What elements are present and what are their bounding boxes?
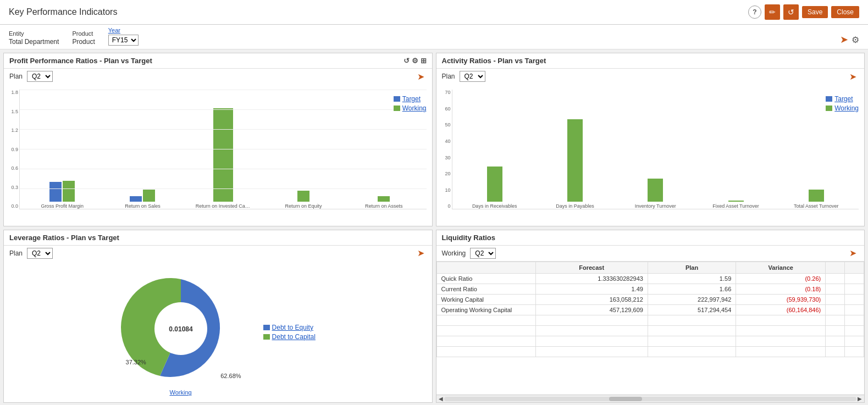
cell-extra1-0 (826, 273, 845, 284)
cell-extra2-0 (845, 273, 864, 284)
bar-label-dir: Days in Receivables (472, 203, 517, 209)
leverage-panel-header: Leverage Ratios - Plan vs Target (4, 230, 432, 246)
refresh-button[interactable]: ↺ (783, 4, 799, 20)
activity-plan-select[interactable]: Q2Q1Q3Q4 (460, 71, 485, 82)
cell-forecast-1: 1.49 (535, 284, 648, 294)
activity-legend: Target Working (826, 95, 859, 112)
activity-bars: Days in Receivables Days in Payables (452, 90, 859, 209)
expand-chart-icon[interactable]: ⊞ (421, 57, 427, 65)
activity-panel: Activity Ratios - Plan vs Target Plan Q2… (436, 53, 865, 226)
cell-name-3: Operating Working Capital (436, 304, 535, 315)
activity-legend-target[interactable]: Target (826, 95, 859, 103)
table-row: Operating Working Capital 457,129,609 51… (436, 304, 864, 315)
activity-legend-working[interactable]: Working (826, 104, 859, 112)
save-button[interactable]: Save (802, 6, 828, 18)
cell-extra1-2 (826, 294, 845, 304)
liquidity-panel-title: Liquidity Ratios (442, 234, 496, 242)
activity-y-axis: 70 60 50 40 30 20 10 0 (438, 90, 451, 209)
col-variance-header: Variance (736, 262, 826, 273)
entity-value: Total Department (9, 38, 59, 46)
table-row: Current Ratio 1.49 1.66 (0.18) (436, 284, 864, 294)
cell-forecast-0: 1.333630282943 (535, 273, 648, 284)
help-button[interactable]: ? (748, 5, 761, 19)
nav-arrow-right[interactable]: ➤ (840, 34, 848, 46)
scroll-track[interactable] (444, 397, 857, 401)
legend-target[interactable]: Target (394, 95, 427, 103)
bar-it: Inventory Turnover (615, 179, 695, 209)
bar-dip: Days in Payables (535, 119, 615, 209)
scroll-thumb[interactable] (609, 397, 642, 401)
working-link[interactable]: Working (169, 389, 191, 396)
profit-panel-icons: ↺ ⚙ ⊞ (403, 57, 427, 65)
cell-name-0: Quick Ratio (436, 273, 535, 284)
table-row: Working Capital 163,058,212 222,997,942 … (436, 294, 864, 304)
leverage-plan-select[interactable]: Q2Q1Q3Q4 (27, 248, 53, 259)
cell-name-1: Current Ratio (436, 284, 535, 294)
table-row-empty (436, 315, 864, 325)
activity-plan-bar: Plan Q2Q1Q3Q4 ➤ (436, 69, 865, 84)
product-value: Product (72, 38, 95, 46)
cell-variance-2: (59,939,730) (736, 294, 826, 304)
table-row-empty (436, 336, 864, 346)
activity-nav-arrow[interactable]: ➤ (849, 71, 859, 82)
page-title: Key Performance Indicators (9, 7, 117, 17)
settings-chart-icon[interactable]: ⚙ (412, 57, 418, 65)
col-name-header (436, 262, 535, 273)
bar-label-it: Inventory Turnover (635, 203, 676, 209)
leverage-chart-area: 0.01084 37.32% 62.68% Working Debt to Eq… (4, 261, 432, 403)
leverage-nav-arrow[interactable]: ➤ (417, 248, 427, 258)
liquidity-panel: Liquidity Ratios Working Q2Q1Q3Q4 ➤ Fore… (436, 230, 865, 403)
product-filter: Product Product (72, 30, 95, 46)
profit-panel-title: Profit Performance Ratios - Plan vs Targ… (9, 57, 152, 65)
liquidity-working-select[interactable]: Q2Q1Q3Q4 (470, 248, 496, 259)
scroll-right-arrow[interactable]: ▶ (856, 396, 863, 402)
liquidity-table-container: Forecast Plan Variance Quick Ratio 1.333… (436, 262, 865, 395)
bar-label-fat: Fixed Asset Turnover (712, 203, 759, 209)
leverage-plan-bar: Plan Q2Q1Q3Q4 ➤ (4, 246, 432, 261)
leverage-plan-label: Plan (9, 249, 23, 257)
cell-plan-3: 517,294,454 (648, 304, 736, 315)
profit-plan-label: Plan (9, 73, 23, 80)
profit-nav-arrow[interactable]: ➤ (417, 71, 427, 82)
leverage-panel-title: Leverage Ratios - Plan vs Target (9, 234, 119, 242)
col-extra1 (826, 262, 845, 273)
cell-plan-0: 1.59 (648, 273, 736, 284)
table-header-row: Forecast Plan Variance (436, 262, 864, 273)
product-label: Product (72, 30, 95, 37)
edit-button[interactable]: ✏ (765, 4, 780, 20)
pct-blue-label: 62.68% (220, 373, 241, 379)
profit-panel: Profit Performance Ratios - Plan vs Targ… (3, 53, 433, 226)
settings-icon[interactable]: ⚙ (852, 35, 859, 45)
year-label: Year (108, 27, 139, 34)
legend-working[interactable]: Working (394, 104, 427, 112)
pct-green-label: 37.32% (126, 359, 146, 365)
table-row: Quick Ratio 1.333630282943 1.59 (0.26) (436, 273, 864, 284)
bar-label-tat: Total Asset Turnover (794, 203, 839, 209)
refresh-chart-icon[interactable]: ↺ (403, 57, 410, 65)
horizontal-scrollbar[interactable]: ◀ ▶ (436, 395, 865, 402)
scroll-left-arrow[interactable]: ◀ (438, 396, 444, 402)
donut-chart: 0.01084 37.32% 62.68% Working (120, 268, 241, 396)
filter-bar: Entity Total Department Product Product … (0, 25, 868, 49)
cell-extra1-1 (826, 284, 845, 294)
cell-extra2-1 (845, 284, 864, 294)
close-button[interactable]: Close (831, 6, 859, 18)
liquidity-nav-arrow[interactable]: ➤ (849, 248, 859, 258)
table-row-empty (436, 325, 864, 336)
cell-extra1-3 (826, 304, 845, 315)
cell-extra2-2 (845, 294, 864, 304)
col-forecast-header: Forecast (535, 262, 648, 273)
profit-y-axis: 1.8 1.5 1.2 0.9 0.6 0.3 0.0 (5, 90, 18, 209)
bar-tat: Total Asset Turnover (776, 190, 856, 209)
activity-chart-area: 70 60 50 40 30 20 10 0 Days in Receivabl… (436, 84, 865, 226)
legend-debt-equity[interactable]: Debt to Equity (263, 324, 316, 331)
liquidity-working-label: Working (442, 249, 466, 257)
legend-debt-capital[interactable]: Debt to Capital (263, 333, 316, 341)
leverage-legend: Debt to Equity Debt to Capital (263, 324, 316, 341)
year-filter[interactable]: Year FY15FY14FY16 (108, 27, 139, 46)
profit-chart-area: 1.8 1.5 1.2 0.9 0.6 0.3 0.0 (4, 84, 432, 226)
profit-plan-select[interactable]: Q2Q1Q3Q4 (27, 71, 53, 82)
activity-panel-header: Activity Ratios - Plan vs Target (436, 53, 865, 69)
activity-plan-label: Plan (442, 73, 455, 80)
year-select[interactable]: FY15FY14FY16 (108, 35, 139, 46)
